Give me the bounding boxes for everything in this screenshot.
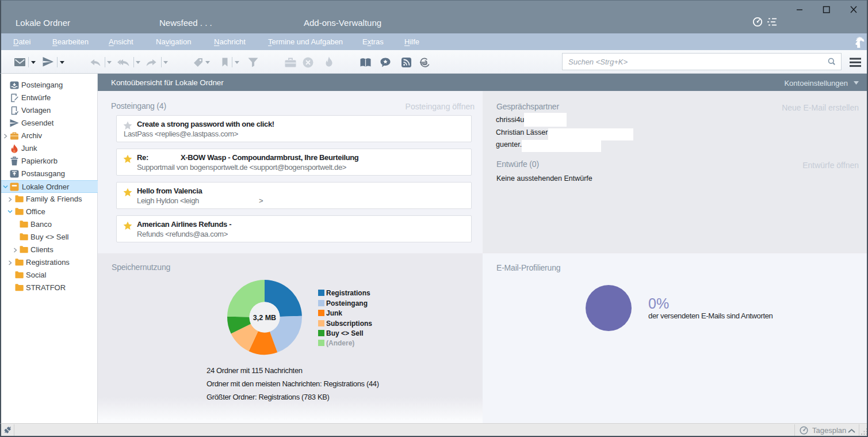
svg-text:3,2 MB: 3,2 MB bbox=[253, 314, 276, 322]
